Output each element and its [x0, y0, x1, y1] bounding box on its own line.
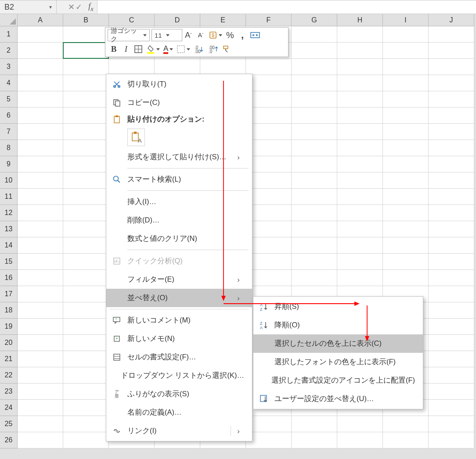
column-header[interactable]: E	[200, 14, 246, 26]
row-header[interactable]: 20	[0, 335, 18, 351]
cell[interactable]	[18, 351, 63, 367]
cell[interactable]	[63, 91, 109, 108]
cell[interactable]	[246, 254, 292, 270]
cell[interactable]	[18, 416, 63, 432]
italic-button[interactable]: I	[120, 43, 132, 55]
cell[interactable]	[292, 108, 337, 124]
cell[interactable]	[292, 75, 337, 91]
bold-button[interactable]: B	[108, 43, 120, 55]
cell[interactable]	[337, 140, 383, 156]
context-new-note[interactable]: +新しいメモ(N)	[106, 330, 252, 348]
cell[interactable]	[246, 156, 292, 172]
cell[interactable]	[429, 400, 474, 416]
cell[interactable]	[63, 43, 109, 59]
column-header[interactable]: I	[383, 14, 429, 26]
cell[interactable]	[246, 172, 292, 189]
context-cut[interactable]: 切り取り(T)	[106, 75, 252, 93]
cell[interactable]	[337, 91, 383, 108]
cell[interactable]	[429, 43, 474, 59]
cell[interactable]	[63, 124, 109, 140]
row-header[interactable]: 10	[0, 172, 18, 189]
cell[interactable]	[292, 26, 337, 43]
cell[interactable]	[18, 302, 63, 319]
cell[interactable]	[383, 221, 429, 237]
merge-center-button[interactable]	[249, 29, 262, 41]
cell[interactable]	[292, 189, 337, 205]
cell[interactable]	[63, 172, 109, 189]
cell[interactable]	[429, 59, 474, 75]
cell[interactable]	[337, 172, 383, 189]
cell[interactable]	[429, 75, 474, 91]
cell[interactable]	[383, 172, 429, 189]
cell[interactable]	[63, 108, 109, 124]
cell[interactable]	[18, 254, 63, 270]
cell[interactable]	[429, 286, 474, 302]
border-style-button[interactable]	[175, 43, 192, 55]
cell[interactable]	[337, 189, 383, 205]
cell[interactable]	[63, 384, 109, 400]
format-painter-button[interactable]	[220, 43, 233, 55]
cell[interactable]	[292, 416, 337, 432]
cell[interactable]	[18, 172, 63, 189]
context-define-name[interactable]: 名前の定義(A)…	[106, 403, 252, 422]
row-header[interactable]: 3	[0, 59, 18, 75]
row-header[interactable]: 4	[0, 75, 18, 91]
paste-default-option[interactable]: A	[127, 129, 145, 146]
cell[interactable]	[337, 124, 383, 140]
column-header[interactable]: F	[246, 14, 292, 26]
row-header[interactable]: 16	[0, 270, 18, 286]
cell[interactable]	[383, 140, 429, 156]
cell[interactable]	[383, 124, 429, 140]
cell[interactable]	[292, 205, 337, 221]
select-all-triangle[interactable]	[0, 14, 18, 26]
cell[interactable]	[63, 335, 109, 351]
row-header[interactable]: 9	[0, 156, 18, 172]
row-header[interactable]: 2	[0, 43, 18, 59]
cell[interactable]	[246, 75, 292, 91]
cell[interactable]	[337, 416, 383, 432]
cell[interactable]	[383, 254, 429, 270]
row-header[interactable]: 21	[0, 351, 18, 367]
cell[interactable]	[383, 91, 429, 108]
cell[interactable]	[246, 205, 292, 221]
row-header[interactable]: 7	[0, 124, 18, 140]
cell[interactable]	[292, 270, 337, 286]
column-header[interactable]: C	[109, 14, 155, 26]
sort-ascending[interactable]: AZ昇順(S)	[253, 298, 423, 316]
cell[interactable]	[18, 286, 63, 302]
cell[interactable]	[18, 432, 63, 448]
cell[interactable]	[429, 416, 474, 432]
cell[interactable]	[246, 237, 292, 254]
cell[interactable]	[18, 367, 63, 384]
cell[interactable]	[63, 319, 109, 335]
cell[interactable]	[63, 286, 109, 302]
context-insert[interactable]: 挿入(I)…	[106, 193, 252, 211]
cell[interactable]	[18, 319, 63, 335]
row-header[interactable]: 5	[0, 91, 18, 108]
cell[interactable]	[246, 59, 292, 75]
cell[interactable]	[429, 156, 474, 172]
sort-by-cell-color[interactable]: 選択したセルの色を上に表示(C)	[253, 334, 423, 353]
cell[interactable]	[429, 172, 474, 189]
cell[interactable]	[63, 75, 109, 91]
column-header[interactable]: B	[63, 14, 109, 26]
cell[interactable]	[246, 432, 292, 448]
cell[interactable]	[18, 237, 63, 254]
row-header[interactable]: 13	[0, 221, 18, 237]
cell[interactable]	[292, 43, 337, 59]
cell[interactable]	[429, 319, 474, 335]
context-copy[interactable]: コピー(C)	[106, 93, 252, 112]
cell[interactable]	[63, 237, 109, 254]
cell[interactable]	[429, 124, 474, 140]
decrease-font-button[interactable]: Aˇ	[195, 29, 207, 41]
row-header[interactable]: 23	[0, 384, 18, 400]
row-header[interactable]: 24	[0, 400, 18, 416]
cell[interactable]	[383, 43, 429, 59]
cell[interactable]	[429, 26, 474, 43]
cell[interactable]	[18, 75, 63, 91]
cell[interactable]	[18, 26, 63, 43]
cell[interactable]	[18, 384, 63, 400]
cell[interactable]	[63, 432, 109, 448]
row-header[interactable]: 6	[0, 108, 18, 124]
accounting-format-button[interactable]: $	[207, 29, 224, 41]
